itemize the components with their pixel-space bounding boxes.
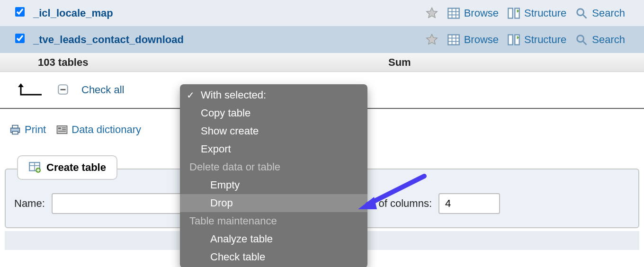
browse-link[interactable]: Browse: [447, 7, 499, 20]
search-link[interactable]: Search: [575, 7, 625, 20]
svg-rect-19: [61, 89, 66, 90]
svg-rect-24: [58, 127, 61, 129]
structure-link[interactable]: Structure: [507, 33, 566, 46]
print-label: Print: [25, 124, 46, 136]
search-icon: [575, 33, 588, 46]
row-checkbox[interactable]: [15, 34, 25, 43]
dropdown-show-create[interactable]: Show create: [180, 122, 367, 140]
dropdown-header: With selected:: [180, 86, 367, 104]
dropdown-copy-table[interactable]: Copy table: [180, 104, 367, 122]
row-checkbox[interactable]: [15, 7, 25, 17]
svg-point-16: [577, 35, 584, 42]
structure-icon: [507, 33, 520, 46]
svg-rect-9: [448, 35, 459, 44]
columns-label: of columns:: [379, 197, 432, 210]
svg-line-8: [583, 15, 587, 18]
svg-rect-5: [508, 8, 512, 18]
create-table-label: Create table: [46, 161, 106, 174]
dropdown-analyze[interactable]: Analyze table: [180, 230, 367, 248]
svg-rect-25: [62, 127, 66, 128]
structure-icon: [507, 7, 520, 20]
with-selected-dropdown: With selected: Copy table Show create Ex…: [180, 84, 367, 250]
dropdown-export[interactable]: Export: [180, 140, 367, 158]
columns-input[interactable]: [438, 193, 500, 214]
svg-rect-22: [12, 132, 18, 134]
tables-list: _icl_locale_map Browse Structure: [0, 0, 644, 53]
table-row: _icl_locale_map Browse Structure: [0, 0, 644, 27]
printer-icon: [9, 123, 22, 136]
structure-label: Structure: [524, 34, 566, 46]
data-dictionary-link[interactable]: Data dictionary: [55, 123, 141, 136]
check-all-link[interactable]: Check all: [81, 84, 124, 96]
svg-line-17: [583, 41, 587, 44]
table-grid-icon: [447, 33, 460, 46]
sum-label: Sum: [388, 56, 644, 69]
up-left-arrow-icon: [17, 80, 45, 99]
browse-link[interactable]: Browse: [447, 33, 499, 46]
dictionary-icon: [55, 123, 69, 136]
svg-rect-27: [58, 131, 66, 132]
table-name-link[interactable]: _icl_locale_map: [33, 7, 113, 19]
table-grid-icon: [447, 7, 460, 20]
dropdown-drop[interactable]: Drop: [180, 194, 367, 212]
structure-label: Structure: [524, 7, 566, 19]
search-icon: [575, 7, 588, 20]
name-label: Name:: [14, 197, 45, 210]
tables-summary-row: 103 tables Sum: [0, 53, 644, 72]
search-link[interactable]: Search: [575, 33, 625, 46]
print-link[interactable]: Print: [9, 123, 46, 136]
svg-rect-21: [12, 125, 18, 128]
data-dictionary-label: Data dictionary: [72, 124, 141, 136]
svg-point-7: [577, 9, 584, 15]
dropdown-group-delete: Delete data or table: [180, 158, 367, 176]
star-icon[interactable]: [425, 7, 438, 20]
table-add-icon: [28, 161, 42, 174]
check-all-checkbox-icon[interactable]: [57, 83, 70, 97]
browse-label: Browse: [464, 7, 499, 19]
star-icon[interactable]: [425, 33, 438, 46]
dropdown-check-table[interactable]: Check table: [180, 248, 367, 250]
create-table-button[interactable]: Create table: [17, 155, 117, 180]
svg-rect-15: [515, 35, 519, 44]
svg-rect-6: [515, 8, 519, 18]
browse-label: Browse: [464, 34, 499, 46]
svg-rect-14: [508, 35, 512, 44]
dropdown-group-maintenance: Table maintenance: [180, 212, 367, 230]
search-label: Search: [592, 34, 625, 46]
structure-link[interactable]: Structure: [507, 7, 566, 20]
table-row: _tve_leads_contact_download Browse Struc…: [0, 27, 644, 53]
svg-rect-0: [448, 8, 459, 18]
search-label: Search: [592, 7, 625, 19]
tables-count: 103 tables: [33, 56, 388, 69]
table-name-link[interactable]: _tve_leads_contact_download: [33, 34, 184, 45]
svg-rect-26: [62, 129, 66, 130]
dropdown-empty[interactable]: Empty: [180, 176, 367, 194]
